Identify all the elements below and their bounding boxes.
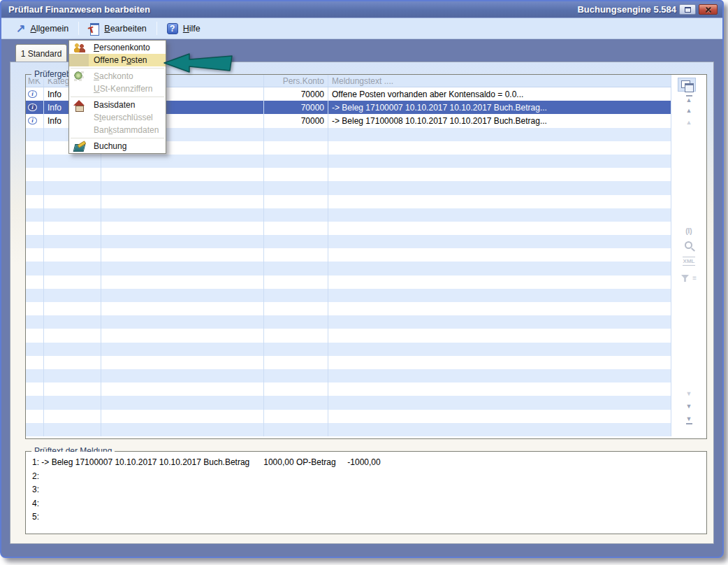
table-row-empty[interactable] (26, 289, 671, 302)
table-row-empty[interactable] (26, 396, 671, 409)
tab-standard[interactable]: 1 Standard (15, 44, 67, 62)
pruftext-line: 1: -> Beleg 17100007 10.10.2017 10.10.20… (32, 456, 706, 470)
table-row-empty[interactable] (26, 356, 671, 369)
book-icon (73, 142, 85, 151)
pruftext-groupbox: Prüftext der Meldung 1: -> Beleg 1710000… (25, 451, 707, 534)
pruftext-line: 2: (32, 470, 706, 484)
table-row-empty[interactable] (26, 315, 671, 329)
persons-icon (73, 43, 85, 52)
info-icon (28, 90, 37, 98)
menu-separator (78, 22, 79, 35)
search-icon[interactable] (685, 241, 692, 249)
move-down-icon[interactable]: ▼ (671, 403, 706, 410)
close-button[interactable] (699, 4, 718, 15)
help-icon (167, 23, 178, 34)
table-row-empty[interactable] (26, 248, 671, 262)
pruftext-content[interactable]: 1: -> Beleg 17100007 10.10.2017 10.10.20… (26, 452, 706, 534)
move-up-icon[interactable]: ▲ (671, 108, 706, 114)
menu-item-sachkonto[interactable]: Sachkonto (69, 70, 166, 83)
sphere-icon (74, 71, 84, 81)
table-row-empty[interactable] (26, 410, 671, 423)
menu-bar: Allgemein Bearbeiten Hilfe (1, 18, 722, 39)
table-row-empty[interactable] (26, 235, 671, 248)
table-toolbar-strip: ▲ ▲ ▲ (I) XML ▼ ▼ ▼ (671, 75, 706, 438)
arrow-north-east-icon (16, 24, 25, 34)
menu-item-basisdaten[interactable]: Basisdaten (69, 99, 166, 111)
table-row-empty[interactable] (26, 423, 671, 436)
table-row-empty[interactable] (26, 181, 671, 194)
menu-item-personenkonto[interactable]: Personenkonto (69, 41, 166, 54)
table-row-empty[interactable] (26, 155, 671, 168)
table-row-empty[interactable] (26, 208, 671, 222)
column-header-meldungstext[interactable]: Meldungstext .... (328, 75, 671, 87)
menu-allgemein[interactable]: Allgemein (10, 22, 75, 36)
menu-item-buchung[interactable]: Buchung (69, 140, 166, 152)
scroll-to-top-icon[interactable]: ▲ (671, 95, 706, 103)
close-icon (704, 6, 713, 13)
table-row-empty[interactable] (26, 222, 671, 235)
column-header-perskonto[interactable]: Pers.Konto (264, 75, 328, 87)
restore-button[interactable] (679, 4, 696, 15)
restore-icon (685, 7, 691, 13)
xml-icon[interactable]: XML (671, 258, 706, 264)
title-bar[interactable]: Prüflauf Finanzwesen bearbeiten Buchungs… (1, 1, 722, 18)
table-row-empty[interactable] (26, 276, 671, 289)
table-row-empty[interactable] (26, 302, 671, 315)
table-row-empty[interactable] (26, 369, 671, 382)
move-up-disabled-icon[interactable]: ▲ (671, 120, 706, 126)
menu-item-offene-posten[interactable]: Offene Posten (69, 54, 166, 66)
app-version: Buchungsengine 5.584 (577, 4, 676, 15)
table-row-empty[interactable] (26, 382, 671, 396)
info-icon (28, 117, 37, 124)
house-icon (73, 100, 85, 110)
info-icon (28, 103, 37, 111)
table-row-empty[interactable] (26, 329, 671, 342)
scroll-to-bottom-icon[interactable]: ▼ (671, 416, 706, 424)
move-down-disabled-icon[interactable]: ▼ (671, 391, 706, 397)
window-title: Prüflauf Finanzwesen bearbeiten (8, 4, 150, 15)
table-row-empty[interactable] (26, 195, 671, 208)
menu-item-bankstammdaten[interactable]: Bankstammdaten (69, 124, 166, 136)
table-row-empty[interactable] (26, 343, 671, 356)
pruftext-line: 3: (32, 483, 706, 497)
parentheses-icon[interactable]: (I) (671, 227, 706, 235)
annotation-arrow-icon (163, 52, 234, 74)
copy-icon[interactable] (678, 78, 696, 92)
menu-bearbeiten[interactable]: Bearbeiten (82, 21, 152, 36)
menu-item-ust-kennziffern[interactable]: USt-Kennziffern (69, 83, 166, 95)
menu-hilfe[interactable]: Hilfe (161, 21, 207, 36)
menu-item-steuerschl-ssel[interactable]: Steuerschlüssel (69, 111, 166, 124)
table-row-empty[interactable] (26, 262, 671, 275)
edit-document-icon (89, 23, 99, 34)
pruftext-line: 4: (32, 497, 706, 511)
table-row-empty[interactable] (26, 168, 671, 181)
pruftext-line: 5: (32, 510, 706, 524)
bearbeiten-dropdown-menu: Personenkonto Offene Posten Sachkonto US… (68, 40, 166, 154)
filter-icon[interactable] (681, 275, 698, 282)
menu-separator (156, 22, 157, 35)
